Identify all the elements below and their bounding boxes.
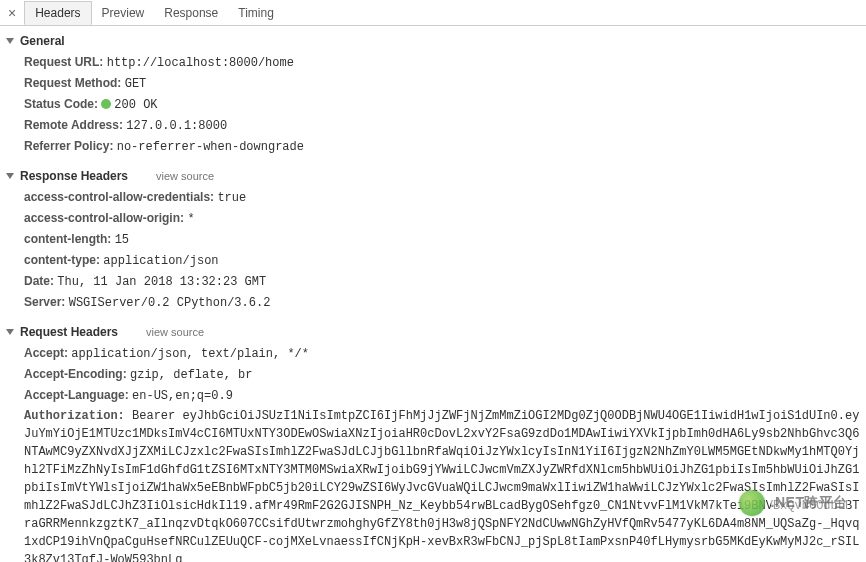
accept-language-value: en-US,en;q=0.9 (132, 389, 233, 403)
tab-response[interactable]: Response (154, 2, 228, 24)
section-response-headers-toggle[interactable]: Response Headers view source (4, 167, 862, 185)
tab-bar: × Headers Preview Response Timing (0, 0, 866, 26)
authorization-value: Bearer eyJhbGciOiJSUzI1NiIsImtpZCI6IjFhM… (24, 409, 859, 562)
section-response-headers: Response Headers view source access-cont… (4, 167, 862, 319)
request-url-value: http://localhost:8000/home (107, 56, 294, 70)
authorization-row: Authorization: Bearer eyJhbGciOiJSUzI1Ni… (24, 406, 862, 562)
status-code-value: 200 OK (114, 98, 157, 112)
section-general: General Request URL: http://localhost:80… (4, 32, 862, 163)
request-url-label: Request URL: (24, 55, 103, 69)
authorization-label: Authorization: (24, 409, 125, 423)
request-method-value: GET (125, 77, 147, 91)
request-view-source-link[interactable]: view source (146, 326, 204, 338)
tab-preview[interactable]: Preview (92, 2, 155, 24)
watermark-text: .NET跨平台 (771, 494, 848, 512)
ac-allow-origin-value: * (187, 212, 194, 226)
close-icon[interactable]: × (4, 5, 24, 21)
accept-value: application/json, text/plain, */* (71, 347, 309, 361)
accept-label: Accept: (24, 346, 68, 360)
section-general-toggle[interactable]: General (4, 32, 862, 50)
content-length-label: content-length: (24, 232, 111, 246)
date-label: Date: (24, 274, 54, 288)
section-response-headers-title: Response Headers (20, 169, 128, 183)
accept-encoding-label: Accept-Encoding: (24, 367, 127, 381)
request-method-label: Request Method: (24, 76, 121, 90)
date-value: Thu, 11 Jan 2018 13:32:23 GMT (57, 275, 266, 289)
content-type-value: application/json (103, 254, 218, 268)
watermark: .NET跨平台 (739, 490, 848, 516)
response-view-source-link[interactable]: view source (156, 170, 214, 182)
remote-address-label: Remote Address: (24, 118, 123, 132)
server-label: Server: (24, 295, 65, 309)
watermark-icon (739, 490, 765, 516)
chevron-down-icon (6, 329, 14, 335)
tab-timing[interactable]: Timing (228, 2, 284, 24)
remote-address-value: 127.0.0.1:8000 (126, 119, 227, 133)
status-code-label: Status Code: (24, 97, 98, 111)
ac-allow-origin-label: access-control-allow-origin: (24, 211, 184, 225)
chevron-down-icon (6, 38, 14, 44)
section-request-headers-title: Request Headers (20, 325, 118, 339)
section-general-title: General (20, 34, 65, 48)
chevron-down-icon (6, 173, 14, 179)
section-request-headers-toggle[interactable]: Request Headers view source (4, 323, 862, 341)
content-length-value: 15 (115, 233, 129, 247)
tab-headers[interactable]: Headers (24, 1, 91, 25)
ac-allow-credentials-label: access-control-allow-credentials: (24, 190, 214, 204)
accept-encoding-value: gzip, deflate, br (130, 368, 252, 382)
content-type-label: content-type: (24, 253, 100, 267)
server-value: WSGIServer/0.2 CPython/3.6.2 (69, 296, 271, 310)
accept-language-label: Accept-Language: (24, 388, 129, 402)
referrer-policy-label: Referrer Policy: (24, 139, 113, 153)
ac-allow-credentials-value: true (217, 191, 246, 205)
referrer-policy-value: no-referrer-when-downgrade (117, 140, 304, 154)
status-ok-icon (101, 99, 111, 109)
section-request-headers: Request Headers view source Accept: appl… (4, 323, 862, 562)
headers-panel: General Request URL: http://localhost:80… (0, 26, 866, 562)
